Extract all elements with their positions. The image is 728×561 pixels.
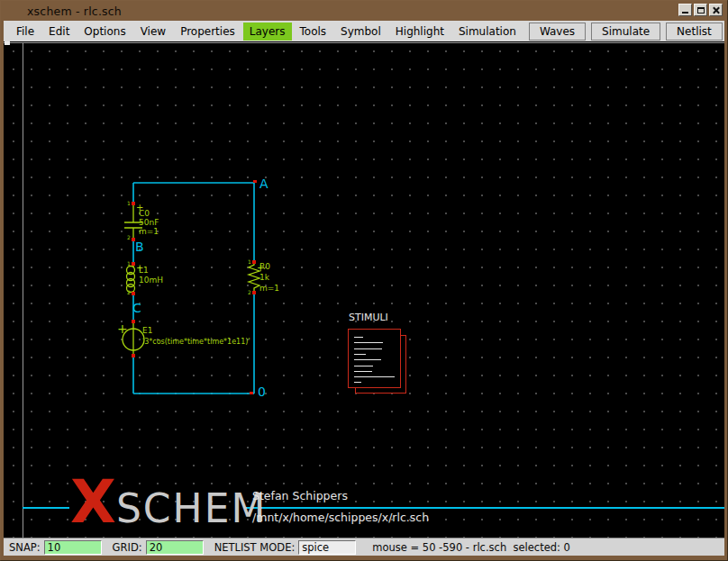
menu-item-view[interactable]: View	[134, 23, 172, 41]
snap-label: SNAP:	[9, 541, 41, 554]
window-title: xschem - rlc.sch	[27, 5, 122, 18]
stimuli-symbol[interactable]	[348, 329, 401, 388]
netlist-button[interactable]: Netlist	[666, 23, 723, 41]
waves-button[interactable]: Waves	[529, 23, 586, 41]
net-label-c: C	[132, 302, 141, 314]
inductor-pin1: 1	[127, 261, 131, 267]
minimize-icon	[682, 12, 688, 14]
close-icon	[712, 6, 720, 14]
snap-input[interactable]: 10	[44, 540, 102, 555]
net-label-a: A	[259, 177, 268, 190]
menu-item-layers[interactable]: Layers	[243, 23, 292, 41]
menu-item-edit[interactable]: Edit	[42, 23, 76, 41]
source-name: E1	[142, 327, 152, 335]
author-credit: Stefan Schippers	[252, 489, 348, 502]
source-value: '3*cos(time*time*time*1e11)'	[142, 339, 250, 346]
net-label-0: 0	[258, 385, 266, 398]
stimuli-text-line	[354, 342, 383, 343]
resistor-plus: +	[257, 264, 264, 273]
file-path: /mnt/x/home/schippes/x/rlc.sch	[252, 511, 429, 524]
menubar: FileEditOptionsViewPropertiesLayersTools…	[4, 21, 724, 41]
grid-input[interactable]: 20	[146, 540, 204, 555]
resistor-pin1: 1	[248, 259, 251, 265]
capacitor-plus: +	[136, 204, 143, 213]
titlebar[interactable]: xschem - rlc.sch	[4, 0, 724, 21]
pin-markers	[132, 180, 257, 394]
simulate-button[interactable]: Simulate	[591, 23, 660, 41]
inductor-value: 10mH	[139, 276, 163, 285]
menu-items: FileEditOptionsViewPropertiesLayersTools…	[9, 21, 523, 41]
capacitor-mult: m=1	[139, 228, 159, 236]
netlist-mode-input[interactable]: spice	[298, 540, 356, 555]
inductor-plus: +	[136, 264, 143, 273]
menu-item-properties[interactable]: Properties	[174, 23, 241, 41]
stimuli-text-line	[354, 354, 366, 355]
stimuli-title: STIMULI	[349, 312, 388, 322]
source-plus: +	[117, 322, 128, 335]
logo-x-glyph: X	[70, 479, 114, 527]
capacitor-pin2: 2	[127, 235, 131, 240]
menu-item-symbol[interactable]: Symbol	[334, 23, 387, 41]
stimuli-text-line	[354, 382, 361, 383]
net-label-b: B	[135, 240, 144, 253]
menu-item-highlight[interactable]: Highlight	[389, 23, 450, 41]
menu-item-options[interactable]: Options	[77, 23, 132, 41]
stimuli-text-line	[354, 366, 373, 366]
maximize-icon	[697, 7, 705, 14]
stimuli-text-line	[354, 337, 363, 338]
stimuli-text-line	[354, 359, 381, 360]
close-button[interactable]	[709, 4, 723, 16]
logo-text: SCHEM	[116, 493, 268, 524]
menu-item-tools[interactable]: Tools	[294, 23, 333, 41]
grid-label: GRID:	[113, 541, 142, 554]
xschem-logo: X SCHEM	[70, 479, 267, 527]
statusbar: SNAP: 10 GRID: 20 NETLIST MODE: spice mo…	[4, 538, 724, 556]
stimuli-text-line	[354, 371, 372, 372]
mouse-status: mouse = 50 -590 - rlc.sch selected: 0	[372, 541, 570, 554]
resistor-pin2: 2	[248, 290, 251, 295]
capacitor-pin1: 1	[127, 201, 131, 206]
resistor-value: 1k	[259, 274, 269, 282]
resistor-mult: m=1	[259, 285, 279, 293]
xschem-window: xschem - rlc.sch FileEditOptionsViewProp…	[0, 0, 728, 561]
schematic-drawing[interactable]	[4, 41, 724, 538]
footer-rule-left	[23, 507, 69, 509]
window-controls	[678, 4, 723, 16]
circuit-wires[interactable]	[133, 183, 254, 394]
inductor-pin2: 2	[127, 290, 131, 295]
maximize-button[interactable]	[694, 4, 707, 16]
menu-toolbar-buttons: WavesSimulateNetlistHelp	[523, 21, 728, 41]
footer-rule-right	[246, 507, 724, 509]
menu-item-simulation[interactable]: Simulation	[452, 23, 523, 41]
stimuli-text-line	[354, 348, 382, 349]
schematic-canvas[interactable]: ABC0C050nFm=1L110mHR01km=1E1'3*cos(time*…	[4, 41, 724, 538]
minimize-button[interactable]	[678, 4, 692, 16]
stimuli-text-line	[354, 376, 395, 377]
menu-item-file[interactable]: File	[10, 23, 41, 41]
capacitor-value: 50nF	[139, 219, 159, 227]
netlist-mode-label: NETLIST MODE:	[214, 541, 296, 554]
